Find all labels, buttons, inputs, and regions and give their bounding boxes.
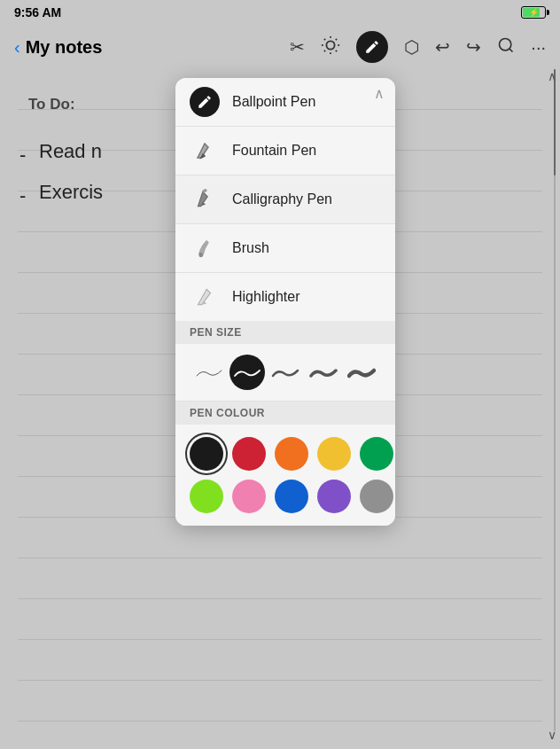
pen-tool-button[interactable] [356, 31, 388, 63]
note-item-1-text: Read n [39, 140, 102, 163]
highlighter-icon [190, 282, 220, 312]
svg-line-8 [336, 38, 337, 39]
toolbar: ‹ My notes ✂ ⬡ ↩ ↪ [0, 25, 560, 69]
toolbar-right: ✂ ⬡ ↩ ↪ ··· [290, 31, 546, 63]
scrollbar-thumb[interactable] [554, 69, 556, 176]
colour-red[interactable] [232, 437, 266, 471]
svg-point-9 [500, 38, 511, 50]
colour-lime[interactable] [190, 480, 223, 513]
svg-line-4 [336, 50, 337, 51]
note-item-2-dash: - [19, 184, 26, 207]
back-button[interactable]: ‹ [14, 37, 20, 58]
pen-option-brush[interactable]: Brush [175, 224, 395, 273]
ballpoint-label: Ballpoint Pen [232, 94, 315, 110]
svg-line-3 [324, 38, 325, 39]
pen-colour-header: PEN COLOUR [175, 402, 395, 425]
scrollbar-track [554, 69, 556, 731]
note-label: To Do: [28, 96, 75, 113]
svg-line-10 [509, 48, 513, 51]
pen-option-highlighter[interactable]: Highlighter [175, 273, 395, 321]
fountain-label: Fountain Pen [232, 143, 316, 159]
battery-bolt: ⚡ [529, 8, 539, 17]
pen-option-calligraphy[interactable]: Calligraphy Pen [175, 176, 395, 224]
pen-size-header: PEN SIZE [175, 321, 395, 344]
pen-size-sm[interactable] [229, 355, 265, 390]
note-item-2-text: Exercis [39, 181, 103, 204]
fountain-icon [190, 136, 220, 166]
page-title: My notes [26, 37, 103, 58]
popup-collapse-button[interactable]: ∧ [374, 85, 385, 102]
status-icons: ⚡ [521, 6, 546, 19]
colour-blue[interactable] [275, 480, 308, 513]
pen-option-fountain[interactable]: Fountain Pen [175, 127, 395, 176]
ballpoint-icon-circle [190, 87, 220, 117]
scroll-down-icon[interactable]: ∨ [548, 728, 556, 742]
battery-icon: ⚡ [521, 6, 546, 19]
redo-icon[interactable]: ↪ [466, 36, 481, 58]
pen-size-xl[interactable] [344, 355, 379, 390]
toolbar-left: ‹ My notes [14, 37, 102, 58]
colour-pink[interactable] [232, 480, 266, 513]
highlighter-label: Highlighter [232, 289, 299, 305]
brightness-icon[interactable] [321, 35, 340, 59]
calligraphy-icon [190, 184, 220, 215]
svg-point-0 [327, 41, 335, 49]
pen-popup: ∧ Ballpoint Pen Fountain Pen Callig [175, 78, 395, 526]
brush-label: Brush [232, 240, 269, 256]
pen-size-md[interactable] [268, 355, 303, 390]
colour-yellow[interactable] [317, 437, 351, 471]
pen-sizes-container [175, 344, 395, 402]
scrollbar[interactable] [553, 69, 556, 731]
pen-size-xs[interactable] [191, 355, 227, 390]
scroll-up-icon[interactable]: ∧ [548, 69, 556, 83]
colour-orange[interactable] [275, 437, 308, 471]
eraser-icon[interactable]: ⬡ [404, 36, 419, 58]
pen-option-ballpoint[interactable]: Ballpoint Pen [175, 78, 395, 127]
search-icon[interactable] [497, 36, 515, 59]
colour-purple[interactable] [317, 480, 351, 513]
brush-icon [190, 233, 220, 263]
status-bar: 9:56 AM ⚡ [0, 0, 560, 25]
colour-black[interactable] [190, 437, 223, 471]
svg-point-12 [199, 253, 203, 257]
pen-size-lg[interactable] [306, 355, 341, 390]
undo-icon[interactable]: ↩ [435, 36, 450, 58]
pen-colours-grid [175, 425, 395, 526]
more-icon[interactable]: ··· [531, 37, 546, 58]
colour-gray[interactable] [360, 480, 393, 513]
lasso-icon[interactable]: ✂ [290, 36, 305, 58]
status-time: 9:56 AM [14, 5, 61, 20]
svg-line-7 [324, 50, 325, 51]
calligraphy-label: Calligraphy Pen [232, 191, 332, 207]
note-item-1-dash: - [19, 144, 26, 167]
colour-green[interactable] [360, 437, 393, 471]
